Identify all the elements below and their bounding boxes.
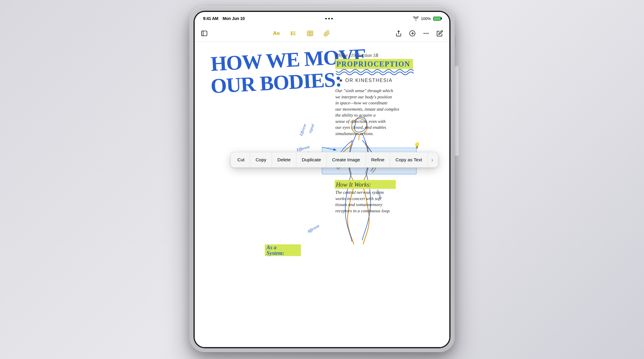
svg-text:Efferent: Efferent bbox=[296, 144, 310, 152]
svg-text:Our "sixth sense" through whic: Our "sixth sense" through which bbox=[335, 88, 393, 93]
copy-as-text-menu-item[interactable]: Copy as Text bbox=[390, 152, 428, 167]
copy-label: Copy bbox=[256, 157, 266, 163]
copy-menu-item[interactable]: Copy bbox=[250, 152, 272, 167]
svg-text:OUR BODIES:: OUR BODIES: bbox=[210, 68, 342, 98]
svg-point-27 bbox=[352, 119, 367, 134]
svg-point-2 bbox=[291, 32, 292, 33]
svg-text:receptors in a continuous loop: receptors in a continuous loop. bbox=[335, 208, 391, 213]
volume-up-button[interactable] bbox=[188, 57, 189, 67]
svg-point-16 bbox=[424, 33, 425, 34]
svg-text:the ability to acquire a: the ability to acquire a bbox=[335, 113, 376, 117]
delete-menu-item[interactable]: Delete bbox=[272, 152, 296, 167]
svg-line-28 bbox=[359, 134, 360, 140]
toolbar-right bbox=[394, 29, 444, 38]
battery-icon bbox=[433, 17, 441, 21]
svg-point-17 bbox=[425, 33, 427, 34]
refine-menu-item[interactable]: Refine bbox=[366, 152, 390, 167]
delete-label: Delete bbox=[277, 157, 291, 163]
refine-label: Refine bbox=[371, 157, 385, 163]
svg-text:we interpret our body's positi: we interpret our body's position bbox=[335, 95, 392, 99]
dot-3 bbox=[331, 18, 333, 19]
note-content: HOW WE MOVE OUR BODIES: Phyge 119, Secti… bbox=[195, 42, 449, 347]
note-svg: HOW WE MOVE OUR BODIES: Phyge 119, Secti… bbox=[195, 42, 449, 347]
status-bar: 9:41 AM Mon Jun 10 bbox=[195, 12, 449, 25]
svg-text:★ OR KINESTHESIA: ★ OR KINESTHESIA bbox=[339, 78, 393, 83]
status-right: 100% bbox=[413, 16, 441, 21]
svg-text:How It Works:: How It Works: bbox=[336, 181, 371, 188]
svg-point-6 bbox=[291, 34, 292, 35]
menu-more-arrow[interactable]: › bbox=[428, 152, 437, 167]
compose-button[interactable] bbox=[436, 29, 444, 38]
svg-text:System:: System: bbox=[267, 250, 284, 256]
more-button[interactable] bbox=[422, 29, 430, 38]
cut-menu-item[interactable]: Cut bbox=[232, 152, 250, 167]
share-button[interactable] bbox=[394, 29, 403, 38]
scene: 9:41 AM Mon Jun 10 bbox=[0, 0, 644, 359]
sidebar-toggle-button[interactable] bbox=[200, 29, 208, 38]
ipad-device: 9:41 AM Mon Jun 10 bbox=[189, 7, 455, 352]
svg-point-4 bbox=[291, 33, 292, 34]
svg-rect-48 bbox=[265, 245, 301, 256]
svg-text:The central nervous system: The central nervous system bbox=[335, 190, 384, 195]
svg-text:our eyes closed, and enables: our eyes closed, and enables bbox=[335, 125, 386, 130]
svg-point-18 bbox=[428, 33, 429, 34]
svg-text:HOW WE MOVE: HOW WE MOVE bbox=[210, 44, 367, 75]
svg-text:Efferent: Efferent bbox=[298, 123, 307, 137]
toolbar-center: Ao bbox=[208, 29, 394, 38]
svg-text:tissues and somatosensory: tissues and somatosensory bbox=[335, 202, 383, 207]
svg-text:in space—how we coordinate: in space—how we coordinate bbox=[335, 100, 388, 105]
circle-action-button[interactable] bbox=[408, 29, 417, 38]
date-text: Mon Jun 10 bbox=[222, 16, 244, 21]
volume-down-button[interactable] bbox=[188, 71, 189, 80]
svg-text:signal: signal bbox=[307, 123, 315, 134]
svg-text:As a: As a bbox=[266, 244, 277, 250]
time-text: 9:41 AM bbox=[203, 16, 218, 21]
create-image-menu-item[interactable]: Create Image bbox=[327, 152, 366, 167]
svg-text:💡: 💡 bbox=[414, 142, 421, 149]
svg-text:simultaneous actions.: simultaneous actions. bbox=[335, 131, 374, 136]
toolbar-left bbox=[200, 29, 208, 38]
status-center-dots bbox=[325, 18, 333, 19]
ipad-screen: 9:41 AM Mon Jun 10 bbox=[195, 12, 449, 347]
dot-1 bbox=[325, 18, 327, 19]
svg-rect-42 bbox=[335, 180, 396, 189]
svg-text:Afferent: Afferent bbox=[306, 223, 321, 234]
create-image-label: Create Image bbox=[332, 157, 360, 163]
table-button[interactable] bbox=[306, 29, 314, 38]
pencil-connector bbox=[455, 66, 460, 156]
svg-text:signal: signal bbox=[376, 189, 383, 199]
svg-text:sense of direction, even with: sense of direction, even with bbox=[335, 119, 386, 124]
svg-rect-0 bbox=[202, 31, 207, 36]
battery-percent: 100% bbox=[421, 16, 431, 21]
copy-as-text-label: Copy as Text bbox=[395, 157, 422, 163]
list-button[interactable] bbox=[289, 29, 298, 38]
attachment-button[interactable] bbox=[323, 29, 331, 38]
power-button[interactable] bbox=[455, 36, 456, 47]
duplicate-menu-item[interactable]: Duplicate bbox=[296, 152, 327, 167]
svg-rect-8 bbox=[307, 31, 313, 36]
toolbar: Ao bbox=[195, 25, 449, 42]
font-button[interactable]: Ao bbox=[272, 29, 281, 38]
chevron-right-icon: › bbox=[431, 157, 433, 163]
wifi-icon bbox=[413, 16, 419, 21]
svg-text:our movements, innate and comp: our movements, innate and complex bbox=[335, 107, 400, 112]
svg-text:Phyge 119, Section 1B: Phyge 119, Section 1B bbox=[336, 53, 378, 58]
duplicate-label: Duplicate bbox=[302, 157, 321, 163]
screen-border: 9:41 AM Mon Jun 10 bbox=[193, 11, 451, 348]
cut-label: Cut bbox=[237, 157, 244, 163]
svg-text:PROPRIOCEPTION: PROPRIOCEPTION bbox=[336, 60, 410, 68]
dot-2 bbox=[328, 18, 330, 19]
svg-text:works in concert with soft: works in concert with soft bbox=[335, 196, 382, 201]
svg-rect-22 bbox=[335, 59, 413, 69]
status-time: 9:41 AM Mon Jun 10 bbox=[203, 16, 244, 21]
context-menu: Cut Copy Delete Duplicate Create Image bbox=[230, 152, 438, 168]
